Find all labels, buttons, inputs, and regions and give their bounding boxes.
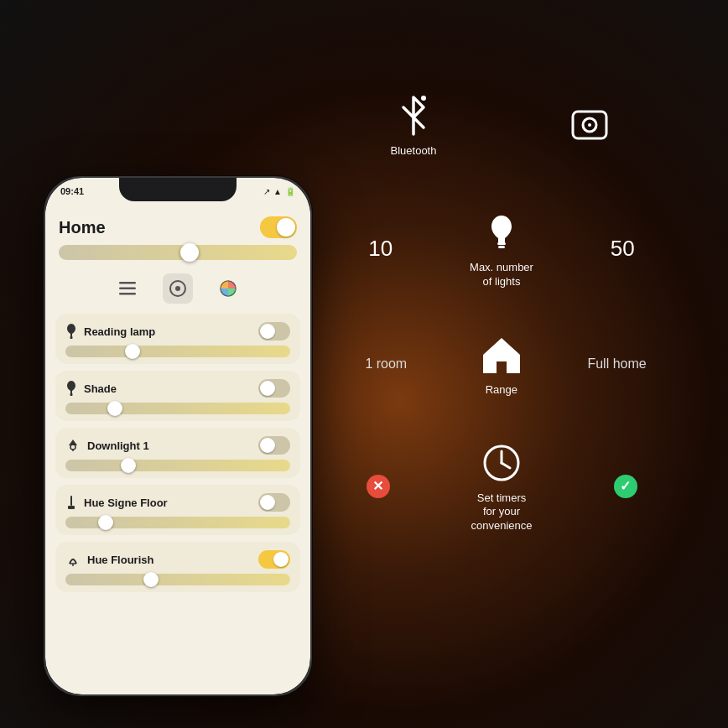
- max-lights-block: Max. number of lights: [470, 209, 533, 289]
- downlight-icon: [65, 438, 81, 453]
- range-block: Range: [478, 331, 525, 398]
- home-brightness-thumb: [180, 243, 199, 262]
- svg-point-17: [588, 123, 591, 127]
- home-icon: [478, 331, 525, 378]
- svg-point-14: [421, 96, 426, 101]
- status-icons: ↗ ▲ 🔋: [263, 187, 295, 196]
- svg-point-4: [175, 286, 180, 291]
- svg-rect-19: [498, 246, 505, 248]
- bluetooth-label: Bluetooth: [391, 144, 437, 159]
- clock-icon: [478, 439, 525, 486]
- lights-left-value: 10: [360, 236, 402, 262]
- status-time: 09:41: [60, 186, 84, 196]
- range-right-value: Full home: [587, 356, 646, 372]
- signe-floor-name: Hue Signe Floor: [84, 497, 168, 509]
- battery-icon: 🔋: [285, 187, 295, 196]
- shade-name: Shade: [84, 382, 117, 395]
- timers-label: Set timers for your convenience: [471, 491, 533, 534]
- max-lights-label: Max. number of lights: [470, 261, 533, 289]
- tab-bar: [45, 267, 310, 310]
- lights-row: 10 Max. number of lights 50: [325, 209, 678, 289]
- location-icon: ↗: [263, 187, 270, 196]
- device-flourish: Hue Flourish: [55, 542, 300, 592]
- downlight-toggle-knob: [260, 438, 275, 453]
- device-signe-floor: Hue Signe Floor: [55, 485, 300, 535]
- phone-notch: [119, 178, 237, 201]
- flourish-toggle[interactable]: [258, 550, 290, 569]
- downlight-brightness[interactable]: [65, 460, 290, 471]
- cross-icon: ✕: [367, 475, 390, 498]
- timers-block: Set timers for your convenience: [471, 439, 533, 534]
- home-title: Home: [59, 218, 106, 237]
- bulb-icon: [478, 209, 525, 256]
- svg-rect-7: [70, 393, 73, 396]
- reading-lamp-brightness[interactable]: [65, 346, 290, 357]
- home-brightness-track[interactable]: [59, 245, 297, 260]
- timers-row: ✕ Set timers for your convenience ✓: [325, 439, 678, 534]
- shade-toggle-knob: [260, 381, 275, 396]
- reading-lamp-toggle[interactable]: [258, 322, 290, 341]
- device-shade: Shade: [55, 371, 300, 421]
- flourish-brightness-thumb: [143, 572, 159, 587]
- flourish-name: Hue Flourish: [87, 554, 153, 566]
- tab-scenes[interactable]: [163, 273, 193, 304]
- svg-rect-18: [497, 242, 506, 245]
- device-reading-lamp: Reading lamp: [55, 314, 300, 364]
- check-icon: ✓: [614, 475, 637, 498]
- lights-right-value: 50: [601, 236, 643, 262]
- home-toggle-knob: [277, 218, 295, 237]
- device-downlight: Downlight 1: [55, 428, 300, 478]
- phone-mockup: 09:41 ↗ ▲ 🔋 Home: [44, 176, 312, 696]
- device-list: Reading lamp: [45, 310, 310, 602]
- bridge-icon: [566, 101, 613, 148]
- info-section: Bluetooth 10 M: [325, 92, 678, 533]
- shade-brightness[interactable]: [65, 403, 290, 414]
- flourish-icon: [65, 552, 81, 567]
- signe-floor-icon: [65, 494, 77, 511]
- svg-rect-11: [68, 506, 75, 509]
- home-brightness-wrap: [45, 243, 310, 267]
- shade-icon: [65, 380, 77, 397]
- svg-line-22: [502, 463, 510, 468]
- phone-shell: 09:41 ↗ ▲ 🔋 Home: [44, 176, 312, 696]
- range-row: 1 room Range Full home: [325, 331, 678, 398]
- bluetooth-block: Bluetooth: [390, 92, 437, 159]
- range-label: Range: [486, 383, 517, 398]
- flourish-brightness[interactable]: [65, 574, 290, 585]
- tab-list[interactable]: [112, 273, 143, 304]
- signe-floor-toggle[interactable]: [258, 493, 290, 512]
- svg-rect-1: [119, 288, 136, 290]
- phone-content: 09:41 ↗ ▲ 🔋 Home: [45, 178, 310, 694]
- reading-lamp-brightness-thumb: [125, 344, 140, 359]
- svg-rect-6: [70, 336, 73, 339]
- shade-toggle[interactable]: [258, 379, 290, 398]
- svg-rect-0: [119, 282, 136, 284]
- home-toggle[interactable]: [260, 216, 297, 238]
- bridge-block: [566, 101, 613, 148]
- bluetooth-icon: [390, 92, 437, 139]
- tab-color[interactable]: [213, 273, 243, 304]
- reading-lamp-toggle-knob: [260, 324, 275, 339]
- bt-bridge-row: Bluetooth: [325, 92, 678, 159]
- home-header: Home: [45, 210, 310, 243]
- shade-brightness-thumb: [107, 401, 122, 416]
- lamp-icon: [65, 323, 77, 340]
- downlight-brightness-thumb: [121, 458, 136, 473]
- flourish-toggle-knob: [273, 552, 289, 567]
- wifi-icon: ▲: [273, 187, 282, 196]
- signe-floor-toggle-knob: [260, 495, 275, 510]
- signe-floor-brightness[interactable]: [65, 517, 290, 528]
- range-left-value: 1 room: [356, 356, 415, 372]
- svg-rect-10: [70, 496, 72, 506]
- signe-floor-brightness-thumb: [98, 515, 113, 530]
- downlight-toggle[interactable]: [258, 436, 290, 455]
- reading-lamp-name: Reading lamp: [84, 325, 155, 338]
- downlight-name: Downlight 1: [87, 439, 149, 452]
- svg-rect-2: [119, 293, 136, 295]
